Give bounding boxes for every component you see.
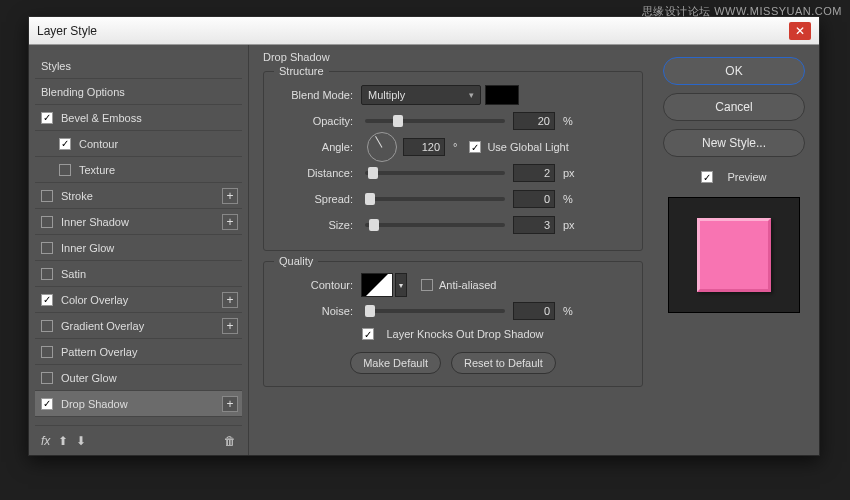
check-icon[interactable] [41,320,53,332]
cancel-button[interactable]: Cancel [663,93,805,121]
plus-icon[interactable]: + [222,396,238,412]
styles-row-styles[interactable]: Styles [35,53,242,79]
noise-slider[interactable] [365,309,505,313]
use-global-check[interactable] [469,141,481,153]
size-value[interactable]: 3 [513,216,555,234]
quality-group: Quality Contour: ▾ Anti-aliased Noise: 0 [263,261,643,387]
arrow-up-icon[interactable]: ⬆ [58,434,68,448]
knockout-check[interactable] [362,328,374,340]
panel-heading: Drop Shadow [263,51,643,63]
distance-value[interactable]: 2 [513,164,555,182]
knockout-label: Layer Knocks Out Drop Shadow [386,328,543,340]
styles-row-drop-shadow[interactable]: Drop Shadow+ [35,391,242,417]
label: Bevel & Emboss [61,112,142,124]
spread-label: Spread: [276,193,361,205]
dialog-title: Layer Style [37,24,789,38]
spread-slider[interactable] [365,197,505,201]
label: Texture [79,164,115,176]
plus-icon[interactable]: + [222,214,238,230]
size-unit: px [563,219,575,231]
noise-label: Noise: [276,305,361,317]
plus-icon[interactable]: + [222,318,238,334]
angle-dial[interactable] [367,132,397,162]
chevron-down-icon: ▾ [469,90,474,100]
distance-unit: px [563,167,575,179]
label: Stroke [61,190,93,202]
select-value: Multiply [368,89,405,101]
ok-button[interactable]: OK [663,57,805,85]
styles-row-outer-glow[interactable]: Outer Glow [35,365,242,391]
noise-value[interactable]: 0 [513,302,555,320]
styles-row-gradient-overlay[interactable]: Gradient Overlay+ [35,313,242,339]
plus-icon[interactable]: + [222,188,238,204]
blend-mode-label: Blend Mode: [276,89,361,101]
check-icon[interactable] [41,190,53,202]
shadow-color-swatch[interactable] [485,85,519,105]
quality-legend: Quality [274,255,318,267]
structure-group: Structure Blend Mode: Multiply ▾ Opacity… [263,71,643,251]
anti-alias-check[interactable] [421,279,433,291]
styles-row-texture[interactable]: Texture [35,157,242,183]
watermark-text: 思缘设计论坛 WWW.MISSYUAN.COM [642,4,842,19]
make-default-button[interactable]: Make Default [350,352,441,374]
label: Satin [61,268,86,280]
check-icon[interactable] [41,268,53,280]
check-icon[interactable] [59,138,71,150]
spread-value[interactable]: 0 [513,190,555,208]
check-icon[interactable] [41,398,53,410]
preview-box [668,197,800,313]
angle-unit: ° [453,141,457,153]
label: Pattern Overlay [61,346,137,358]
styles-row-bevel[interactable]: Bevel & Emboss [35,105,242,131]
styles-footer: fx ⬆ ⬇ 🗑 [35,425,242,455]
angle-value[interactable]: 120 [403,138,445,156]
check-icon[interactable] [41,294,53,306]
spread-unit: % [563,193,573,205]
distance-label: Distance: [276,167,361,179]
settings-panel: Drop Shadow Structure Blend Mode: Multip… [249,45,657,455]
angle-label: Angle: [276,141,361,153]
styles-row-inner-shadow[interactable]: Inner Shadow+ [35,209,242,235]
arrow-down-icon[interactable]: ⬇ [76,434,86,448]
preview-check[interactable] [701,171,713,183]
check-icon[interactable] [41,242,53,254]
blend-mode-select[interactable]: Multiply ▾ [361,85,481,105]
fx-icon[interactable]: fx [41,434,50,448]
label: Outer Glow [61,372,117,384]
check-icon[interactable] [41,372,53,384]
preview-label: Preview [727,171,766,183]
styles-panel: Styles Blending Options Bevel & Emboss C… [29,45,249,455]
check-icon[interactable] [59,164,71,176]
label: Inner Glow [61,242,114,254]
styles-row-color-overlay[interactable]: Color Overlay+ [35,287,242,313]
close-button[interactable]: ✕ [789,22,811,40]
plus-icon[interactable]: + [222,292,238,308]
contour-label: Contour: [276,279,361,291]
trash-icon[interactable]: 🗑 [224,434,236,448]
opacity-value[interactable]: 20 [513,112,555,130]
styles-row-contour[interactable]: Contour [35,131,242,157]
label: Gradient Overlay [61,320,144,332]
styles-row-pattern-overlay[interactable]: Pattern Overlay [35,339,242,365]
opacity-slider[interactable] [365,119,505,123]
label: Contour [79,138,118,150]
contour-swatch[interactable] [361,273,393,297]
distance-slider[interactable] [365,171,505,175]
label: Blending Options [41,86,125,98]
reset-default-button[interactable]: Reset to Default [451,352,556,374]
styles-row-satin[interactable]: Satin [35,261,242,287]
check-icon[interactable] [41,216,53,228]
styles-row-stroke[interactable]: Stroke+ [35,183,242,209]
action-panel: OK Cancel New Style... Preview [657,45,819,455]
check-icon[interactable] [41,346,53,358]
contour-dropdown[interactable]: ▾ [395,273,407,297]
noise-unit: % [563,305,573,317]
styles-row-inner-glow[interactable]: Inner Glow [35,235,242,261]
new-style-button[interactable]: New Style... [663,129,805,157]
size-slider[interactable] [365,223,505,227]
styles-row-blending[interactable]: Blending Options [35,79,242,105]
label: Drop Shadow [61,398,128,410]
structure-legend: Structure [274,65,329,77]
size-label: Size: [276,219,361,231]
check-icon[interactable] [41,112,53,124]
